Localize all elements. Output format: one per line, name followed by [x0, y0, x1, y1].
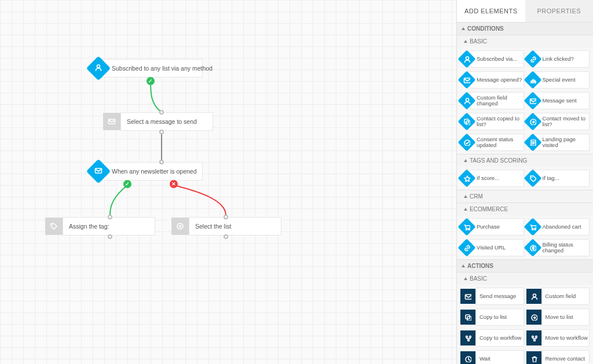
copy-icon — [460, 310, 475, 325]
connector-port[interactable] — [224, 215, 228, 219]
subsection-basic[interactable]: BASIC — [457, 272, 593, 285]
element-mail[interactable]: Message opened? — [460, 71, 524, 89]
element-copy[interactable]: Copy to list — [460, 308, 524, 326]
connector-port[interactable] — [108, 234, 112, 239]
element-star[interactable]: If score... — [460, 169, 524, 187]
node-label: Select a message to send — [120, 112, 213, 131]
element-label: Copy to workflow — [475, 329, 524, 347]
element-link[interactable]: Visited URL — [460, 238, 524, 257]
element-clock[interactable]: Wait — [460, 350, 524, 364]
element-mail[interactable]: Message sent — [526, 91, 590, 110]
subsection-ecommerce[interactable]: ECOMMERCE — [457, 203, 593, 215]
caret-up-icon — [464, 208, 467, 211]
connector-port[interactable] — [159, 160, 164, 164]
tab-add-elements[interactable]: ADD ELEMENTS — [457, 0, 525, 22]
move-icon — [171, 218, 189, 235]
element-dollar[interactable]: Billing status changed — [526, 238, 590, 257]
sidebar-scroll[interactable]: CONDITIONS BASIC Subscribed via...Link c… — [457, 22, 593, 364]
element-label: Move to list — [541, 308, 590, 326]
element-label: Move to workflow — [541, 329, 590, 347]
caret-up-icon — [464, 40, 467, 43]
element-label: Copy to list — [475, 308, 524, 326]
mail-icon — [103, 113, 120, 130]
element-label: Wait — [475, 350, 524, 364]
node-label: When any newsletter is opened — [98, 162, 203, 181]
check-badge: ✓ — [123, 180, 131, 188]
node-select-message[interactable]: Select a message to send — [103, 112, 213, 131]
element-tag[interactable]: If tag... — [526, 169, 590, 187]
mail-icon — [460, 289, 475, 304]
flow-icon — [460, 330, 475, 345]
connector-port[interactable] — [224, 234, 228, 239]
node-label: Subscribed to any list via any method — [98, 59, 203, 78]
element-flow[interactable]: Move to workflow — [526, 329, 590, 347]
sidebar-tabs: ADD ELEMENTS PROPERTIES — [457, 0, 593, 22]
element-flow[interactable]: Copy to workflow — [460, 329, 524, 347]
user-icon — [526, 289, 541, 304]
element-cart[interactable]: Abandoned cart — [526, 218, 590, 236]
node-select-list[interactable]: Select the list — [171, 217, 281, 236]
element-move[interactable]: Move to list — [526, 308, 590, 326]
element-cart[interactable]: Purchase — [460, 218, 524, 236]
element-label: Send message — [475, 288, 524, 305]
sidebar: ADD ELEMENTS PROPERTIES CONDITIONS BASIC… — [456, 0, 593, 364]
element-user[interactable]: Subscribed via... — [460, 50, 524, 68]
element-user[interactable]: Custom field — [526, 287, 590, 306]
clock-icon — [460, 351, 475, 364]
subsection-tags-scoring[interactable]: TAGS AND SCORING — [457, 154, 593, 167]
element-page[interactable]: Landing page visited — [526, 133, 590, 152]
subsection-crm[interactable]: CRM — [457, 190, 593, 203]
tag-icon — [45, 218, 63, 235]
check-badge: ✓ — [147, 77, 155, 85]
node-newsletter-opened[interactable]: When any newsletter is opened — [90, 162, 206, 181]
element-user[interactable]: Custom field changed — [460, 91, 524, 110]
node-label: Select the list — [189, 217, 281, 236]
element-move[interactable]: Contact moved to list? — [526, 112, 590, 131]
connector-port[interactable] — [159, 110, 164, 115]
element-copy[interactable]: Contact copied to list? — [460, 112, 524, 131]
caret-up-icon — [464, 277, 467, 280]
subsection-basic[interactable]: BASIC — [457, 35, 593, 47]
tab-properties[interactable]: PROPERTIES — [525, 0, 594, 22]
flow-icon — [526, 330, 541, 345]
node-subscribed[interactable]: Subscribed to any list via any method — [90, 59, 206, 78]
workflow-canvas[interactable]: Subscribed to any list via any method ✓ … — [0, 0, 456, 364]
caret-up-icon — [464, 195, 467, 198]
node-assign-tag[interactable]: Assign the tag: — [45, 217, 155, 236]
trash-icon — [526, 351, 541, 364]
element-trash[interactable]: Remove contact — [526, 350, 590, 364]
element-label: Remove contact — [541, 350, 590, 364]
caret-up-icon — [464, 159, 467, 162]
connector-port[interactable] — [159, 130, 164, 134]
element-cake[interactable]: Special event — [526, 71, 590, 89]
caret-up-icon — [462, 27, 465, 30]
section-conditions[interactable]: CONDITIONS — [457, 22, 593, 35]
caret-up-icon — [462, 264, 465, 267]
node-label: Assign the tag: — [63, 217, 155, 236]
element-mail[interactable]: Send message — [460, 287, 524, 306]
section-actions[interactable]: ACTIONS — [457, 259, 593, 272]
move-icon — [526, 310, 541, 325]
element-check[interactable]: Consent status updated — [460, 133, 524, 152]
element-label: Custom field — [541, 288, 590, 305]
connector-port[interactable] — [108, 215, 112, 219]
element-link[interactable]: Link clicked? — [526, 50, 590, 68]
cross-badge: ✕ — [170, 180, 178, 188]
